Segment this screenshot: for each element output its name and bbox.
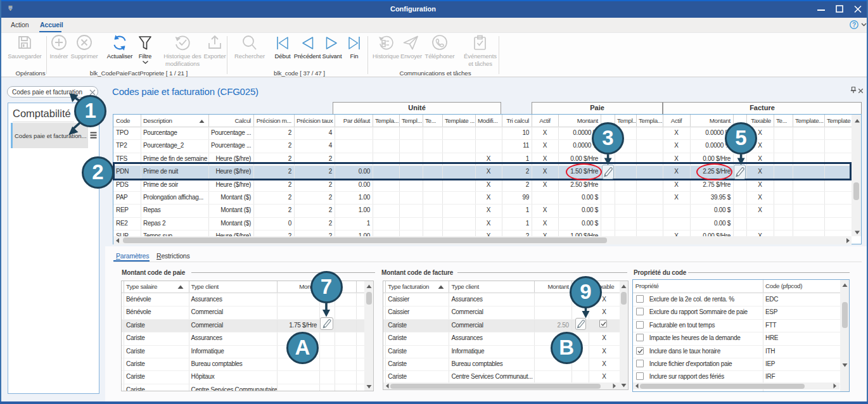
svg-text:?: ? (852, 22, 856, 28)
